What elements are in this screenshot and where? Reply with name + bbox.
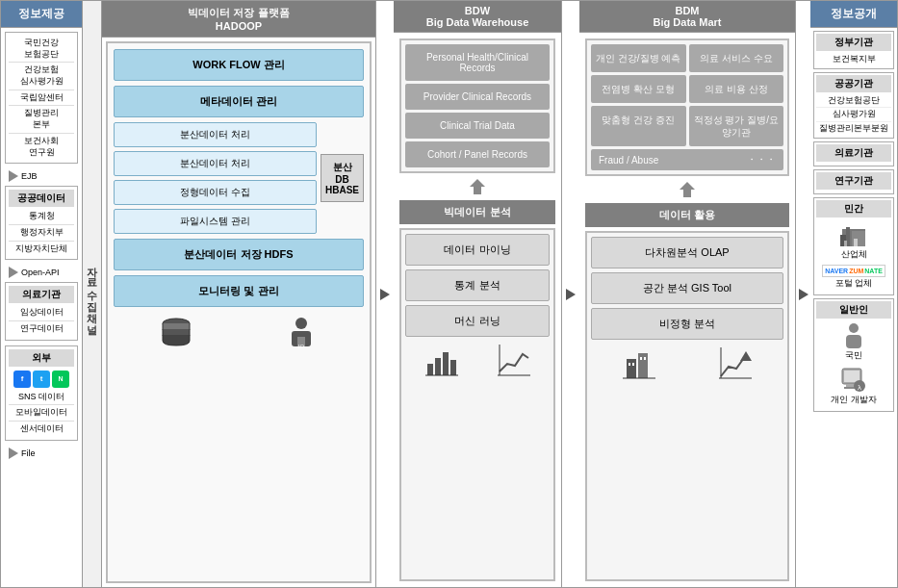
arrow-bdw-bdm xyxy=(562,1,579,587)
analysis-label: 빅데이터 분석 xyxy=(399,200,555,224)
data-mining-box: 데이터 마이닝 xyxy=(405,234,550,266)
svg-rect-7 xyxy=(435,358,441,375)
bdm-utilization-area: 다차원분석 OLAP 공간 분석 GIS Tool 비정형 분석 xyxy=(585,231,789,581)
naver-portal-icon: NAVER xyxy=(825,268,848,274)
item-kihasa: 보건사회연구원 xyxy=(9,134,74,160)
arrow-hadoop-bdw xyxy=(376,1,394,587)
ejb-label: EJB xyxy=(21,171,38,181)
svg-rect-14 xyxy=(627,359,636,378)
hdfs-box: 분산데이터 저장 HDFS xyxy=(114,239,364,270)
item-developer: 개인 개발자 xyxy=(830,394,878,407)
svg-rect-9 xyxy=(450,360,456,375)
bdm-down-arrow-icon xyxy=(678,180,697,199)
external-group: 외부 f t N SNS 데이터 모바일데이터 센서데이터 xyxy=(5,345,78,441)
public-data-header: 공공데이터 xyxy=(9,190,74,207)
open-api-label: Open-API xyxy=(21,268,60,277)
utilization-label: 데이터 활용 xyxy=(585,203,789,227)
bdm-grid: 개인 건강/질병 예측 의료 서비스 수요 전염병 확산 모형 의료 비용 산정… xyxy=(591,44,783,146)
bdm-fraud-row: Fraud / Abuse ・・・ xyxy=(591,149,783,170)
item-clinical-data: 임상데이터 xyxy=(9,305,74,321)
svg-rect-8 xyxy=(443,352,449,375)
open-api-arrow-icon xyxy=(9,267,18,278)
left-body: 국민건강보험공단 건강보험심사평가원 국립암센터 질병관리본부 보건사회연구원 … xyxy=(1,28,82,587)
item-sns: SNS 데이터 xyxy=(9,390,74,406)
distributed1-box: 분산데이터 처리 xyxy=(114,122,317,147)
svg-marker-5 xyxy=(470,179,485,194)
right-body: 정부기관 보건복지부 공공기관 건강보험공단 심사평가원 질병관리본부분원 의료… xyxy=(810,28,897,587)
item-ncc: 국립암센터 xyxy=(9,90,74,107)
medical-right-section: 의료기관 xyxy=(813,141,894,166)
structured-box: 정형데이터 수집 xyxy=(114,180,317,205)
bdw-record-2: Clinical Trial Data xyxy=(405,113,550,139)
citizen-area: 국민 xyxy=(816,320,891,365)
private-header: 민간 xyxy=(816,200,891,217)
svg-text:IO: IO xyxy=(298,344,305,349)
medical-right-header: 의료기관 xyxy=(816,144,891,162)
metadata-box: 메타데이터 관리 xyxy=(114,86,364,117)
healthcare-group: 국민건강보험공단 건강보험심사평가원 국립암센터 질병관리본부 보건사회연구원 xyxy=(5,32,78,164)
svg-rect-18 xyxy=(640,357,642,360)
filesystem-box: 파일시스템 관리 xyxy=(114,209,317,234)
item-research-data: 연구데이터 xyxy=(9,321,74,337)
research-section: 연구기관 xyxy=(813,169,894,194)
bdm-to-right-arrow-icon xyxy=(799,289,808,300)
bdw-to-bdm-arrow-icon xyxy=(566,289,576,300)
olap-box: 다차원분석 OLAP xyxy=(591,237,783,268)
svg-rect-33 xyxy=(844,371,860,382)
general-section: 일반인 국민 λ xyxy=(813,298,894,411)
left-column: 정보제공 국민건강보험공단 건강보험심사평가원 국립암센터 질병관리본부 보건사… xyxy=(1,1,83,587)
hadoop-icons: IO xyxy=(114,312,364,354)
general-header: 일반인 xyxy=(816,301,891,319)
ejb-area: EJB xyxy=(5,168,78,184)
file-label: File xyxy=(21,448,36,458)
ejb-arrow-icon xyxy=(9,170,18,182)
person-data-icon: IO xyxy=(284,316,319,350)
item-mohw: 보건복지부 xyxy=(816,53,891,66)
bdm-cell-5: 적정성 평가 질병/요양기관 xyxy=(689,106,784,146)
distributed2-box: 분산데이터 처리 xyxy=(114,151,317,176)
hadoop-to-bdw-arrow-icon xyxy=(380,289,390,300)
file-arrow-icon xyxy=(9,447,18,459)
trend-chart-icon xyxy=(498,345,530,377)
public-section: 공공기관 건강보험공단 심사평가원 질병관리본부분원 xyxy=(813,72,894,139)
item-mobile: 모바일데이터 xyxy=(9,405,74,422)
bdm-cell-0: 개인 건강/질병 예측 xyxy=(591,44,686,72)
machine-learning-box: 머신 러닝 xyxy=(405,305,550,337)
bdm-cell-3: 의료 비용 산정 xyxy=(689,75,784,103)
research-header: 연구기관 xyxy=(816,172,891,190)
down-arrow-icon xyxy=(468,177,487,196)
item-nhis-right: 건강보험공단 xyxy=(816,94,891,109)
bdw-analysis-area: 데이터 마이닝 통계 분석 머신 러닝 xyxy=(399,228,555,581)
gov-header: 정부기관 xyxy=(816,34,891,51)
item-local-gov: 지방자치단체 xyxy=(9,242,74,257)
channel-label: 자료수집채널 xyxy=(85,260,99,329)
bdw-icons xyxy=(405,341,550,381)
item-moha: 행정자치부 xyxy=(9,225,74,242)
item-citizen: 국민 xyxy=(844,349,863,363)
arrow-bdm-right xyxy=(796,1,810,587)
monitoring-box: 모니터링 및 관리 xyxy=(114,275,364,307)
bdm-body: 개인 건강/질병 예측 의료 서비스 수요 전염병 확산 모형 의료 비용 산정… xyxy=(579,33,795,587)
medical-group: 의료기관 임상데이터 연구데이터 xyxy=(5,282,78,340)
gis-box: 공간 분석 GIS Tool xyxy=(591,272,783,304)
file-area: File xyxy=(5,446,78,461)
svg-marker-13 xyxy=(680,182,695,197)
bdw-down-arrow xyxy=(399,177,555,196)
right-header: 정보공개 xyxy=(810,1,897,28)
bdm-icons xyxy=(591,344,783,384)
left-header: 정보제공 xyxy=(1,1,82,28)
bdm-cell-2: 전염병 확산 모형 xyxy=(591,75,686,103)
zum-portal-icon: ZUM xyxy=(849,268,863,274)
database-icon xyxy=(159,316,193,350)
industry-area: 산업체 xyxy=(816,219,891,264)
hbase-box: 분산 DB HBASE xyxy=(321,154,364,202)
portal-area: NAVER ZUM NATE 포털 업체 xyxy=(816,263,891,293)
item-sensor: 센서데이터 xyxy=(9,422,74,437)
distributed-col: 분산데이터 처리 분산데이터 처리 정형데이터 수집 파일시스템 관리 xyxy=(114,122,317,234)
bdw-record-3: Cohort / Panel Records xyxy=(405,141,550,167)
hadoop-header: 빅데이터 저장 플랫폼 HADOOP xyxy=(102,1,375,38)
external-header: 외부 xyxy=(9,349,74,367)
building-chart-icon xyxy=(623,347,655,380)
bdm-down-arrow xyxy=(585,180,789,199)
facebook-icon: f xyxy=(13,371,31,388)
